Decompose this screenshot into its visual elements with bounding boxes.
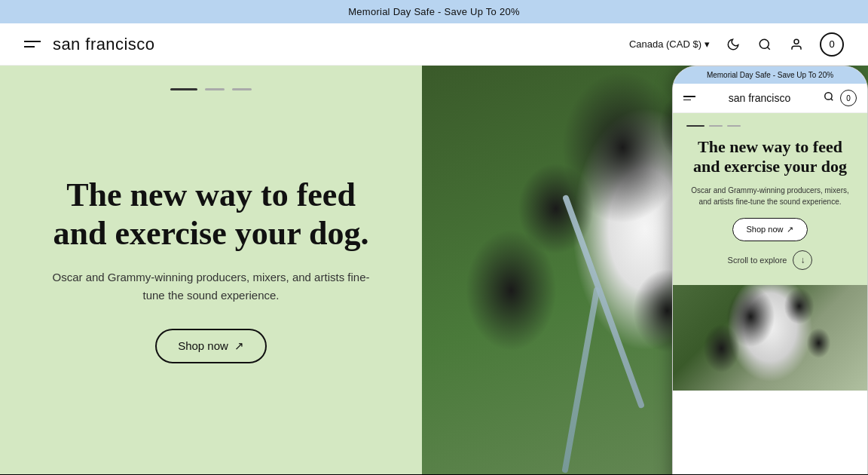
shop-now-button[interactable]: Shop now ↗ bbox=[155, 329, 267, 363]
svg-point-2 bbox=[794, 39, 799, 44]
phone-shop-now-button[interactable]: Shop now ↗ bbox=[732, 218, 808, 241]
main-content: The new way to feed and exercise your do… bbox=[0, 66, 868, 474]
arrow-icon: ↗ bbox=[234, 339, 244, 353]
phone-image-section bbox=[673, 285, 867, 391]
phone-dog-visual bbox=[673, 285, 867, 391]
svg-point-3 bbox=[825, 93, 832, 100]
phone-mockup: Memorial Day Safe - Save Up To 20% san f… bbox=[672, 66, 868, 474]
phone-cart-button[interactable]: 0 bbox=[840, 90, 857, 106]
phone-dot-2[interactable] bbox=[709, 125, 723, 127]
shop-btn-label: Shop now bbox=[178, 339, 228, 352]
announcement-bar: Memorial Day Safe - Save Up To 20% bbox=[0, 0, 868, 23]
phone-announcement-bar: Memorial Day Safe - Save Up To 20% bbox=[673, 66, 867, 84]
phone-logo[interactable]: san francisco bbox=[729, 92, 790, 104]
account-icon[interactable] bbox=[788, 36, 805, 53]
announcement-text: Memorial Day Safe - Save Up To 20% bbox=[348, 6, 520, 17]
scroll-down-button[interactable]: ↓ bbox=[793, 250, 812, 270]
phone-header-icons: 0 bbox=[824, 90, 857, 106]
header-left: san francisco bbox=[24, 35, 154, 54]
phone-hero-subtitle: Oscar and Grammy-winning producers, mixe… bbox=[686, 185, 854, 207]
search-icon[interactable] bbox=[756, 36, 773, 53]
slide-indicators bbox=[170, 88, 252, 90]
scroll-explore-label: Scroll to explore bbox=[728, 256, 787, 265]
scroll-to-explore: Scroll to explore ↓ bbox=[686, 241, 854, 270]
hero-subtitle: Oscar and Grammy-winning producers, mixe… bbox=[45, 268, 377, 305]
region-selector[interactable]: Canada (CAD $) ▾ bbox=[629, 38, 710, 50]
phone-search-icon[interactable] bbox=[824, 91, 834, 105]
phone-header: san francisco 0 bbox=[673, 84, 867, 113]
phone-hamburger-icon[interactable] bbox=[683, 96, 695, 100]
slide-dot-2[interactable] bbox=[205, 88, 225, 90]
cart-count: 0 bbox=[829, 38, 834, 50]
header: san francisco Canada (CAD $) ▾ 0 bbox=[0, 23, 868, 66]
hero-left-panel: The new way to feed and exercise your do… bbox=[0, 66, 422, 474]
phone-dot-1[interactable] bbox=[686, 125, 704, 127]
phone-arrow-icon: ↗ bbox=[787, 225, 793, 234]
hero-right-panel: Memorial Day Safe - Save Up To 20% san f… bbox=[422, 66, 868, 474]
svg-point-0 bbox=[760, 39, 769, 48]
header-right: Canada (CAD $) ▾ 0 bbox=[629, 32, 844, 57]
chevron-down-icon: ▾ bbox=[704, 38, 710, 50]
slide-dot-1[interactable] bbox=[170, 88, 197, 90]
hamburger-menu-icon[interactable] bbox=[24, 41, 41, 48]
phone-hero-panel: The new way to feed and exercise your do… bbox=[673, 113, 867, 285]
leash-line-1 bbox=[562, 194, 645, 409]
svg-line-1 bbox=[767, 47, 769, 49]
slide-dot-3[interactable] bbox=[232, 88, 252, 90]
phone-shop-btn-label: Shop now bbox=[747, 225, 784, 234]
hero-title: The new way to feed and exercise your do… bbox=[45, 176, 377, 253]
phone-dot-3[interactable] bbox=[727, 125, 741, 127]
phone-announcement-text: Memorial Day Safe - Save Up To 20% bbox=[707, 71, 833, 79]
phone-slide-indicators bbox=[686, 125, 854, 127]
svg-line-4 bbox=[831, 99, 833, 101]
site-logo[interactable]: san francisco bbox=[53, 35, 154, 54]
phone-hero-title: The new way to feed and exercise your do… bbox=[686, 137, 854, 177]
phone-cart-count: 0 bbox=[846, 94, 851, 103]
dark-mode-toggle[interactable] bbox=[725, 36, 741, 53]
leash-line-2 bbox=[562, 287, 601, 473]
cart-button[interactable]: 0 bbox=[820, 32, 844, 57]
